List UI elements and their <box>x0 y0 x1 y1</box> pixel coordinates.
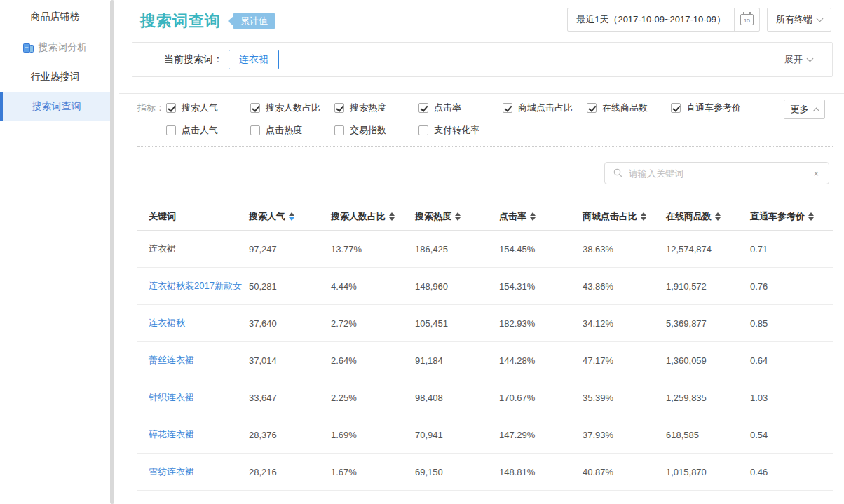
date-range-picker[interactable]: 最近1天（2017-10-09~2017-10-09） 15 <box>567 8 760 32</box>
expand-label: 展开 <box>784 53 803 66</box>
column-header-click-rate[interactable]: 点击率 <box>499 210 583 223</box>
value-cell: 70,941 <box>415 430 499 440</box>
metric-checkbox-transaction-index[interactable]: 交易指数 <box>334 124 418 137</box>
calendar-button[interactable]: 15 <box>734 8 759 31</box>
sort-icon[interactable] <box>715 212 721 221</box>
checkbox-checked-icon <box>418 103 428 113</box>
value-cell: 4.44% <box>331 281 415 292</box>
value-cell: 148,960 <box>415 281 499 292</box>
value-cell: 69,150 <box>415 467 499 477</box>
metric-checkbox-mall-click-ratio[interactable]: 商城点击占比 <box>503 102 587 114</box>
table-row: 连衣裙秋 37,640 2.72% 105,451 182.93% 34.12%… <box>137 305 833 342</box>
metric-label: 搜索人数占比 <box>266 102 320 114</box>
column-header-online-products[interactable]: 在线商品数 <box>666 210 750 223</box>
value-cell: 97,247 <box>249 244 331 254</box>
cumulative-badge: 累计值 <box>228 13 275 29</box>
column-header-search-popularity[interactable]: 搜索人气 <box>249 210 331 223</box>
value-cell: 28,216 <box>249 467 331 477</box>
more-button-label: 更多 <box>791 103 809 116</box>
value-cell: 0.85 <box>750 318 833 329</box>
value-cell: 0.46 <box>750 467 833 477</box>
value-cell: 105,451 <box>415 318 499 329</box>
sort-icon[interactable] <box>455 212 461 221</box>
metric-checkbox-search-user-ratio[interactable]: 搜索人数占比 <box>250 102 334 114</box>
current-search-label: 当前搜索词： <box>164 53 223 66</box>
value-cell: 37,640 <box>249 318 331 329</box>
metric-checkbox-click-heat[interactable]: 点击热度 <box>250 124 334 137</box>
sidebar-item-label: 搜索词查询 <box>32 100 81 113</box>
value-cell: 0.76 <box>750 281 833 292</box>
chevron-down-icon <box>817 15 824 22</box>
sidebar-item-search-word-query[interactable]: 搜索词查询 <box>0 92 110 121</box>
checkbox-checked-icon <box>671 103 681 113</box>
value-cell: 13.77% <box>331 244 415 254</box>
clear-input-icon[interactable]: × <box>812 168 820 179</box>
keyword-link[interactable]: 碎花连衣裙 <box>137 428 249 441</box>
value-cell: 154.45% <box>499 244 583 254</box>
value-cell: 2.25% <box>331 393 415 403</box>
chevron-down-icon <box>807 55 814 62</box>
sidebar-group-search-word-analysis[interactable]: 搜索词分析 <box>0 33 110 62</box>
value-cell: 50,281 <box>249 281 331 292</box>
checkbox-unchecked-icon <box>334 125 344 135</box>
column-header-search-heat[interactable]: 搜索热度 <box>415 210 499 223</box>
value-cell: 1,910,572 <box>666 281 750 292</box>
metric-checkbox-ztc-reference-price[interactable]: 直通车参考价 <box>671 102 755 114</box>
metric-label: 直通车参考价 <box>686 102 741 114</box>
value-cell: 2.64% <box>331 355 415 366</box>
column-header-ztc-reference-price[interactable]: 直通车参考价 <box>750 210 833 223</box>
current-keyword-tag[interactable]: 连衣裙 <box>229 50 279 69</box>
sort-icon[interactable] <box>530 212 536 221</box>
value-cell: 0.54 <box>750 430 833 440</box>
sidebar-item-industry-hot-words[interactable]: 行业热搜词 <box>0 62 110 92</box>
metric-checkbox-search-heat[interactable]: 搜索热度 <box>334 102 418 114</box>
metric-checkbox-click-popularity[interactable]: 点击人气 <box>166 124 250 137</box>
sort-icon-desc-active[interactable] <box>289 212 294 221</box>
metric-checkbox-search-popularity[interactable]: 搜索人气 <box>166 102 250 114</box>
table-row: 碎花连衣裙 28,376 1.69% 70,941 147.29% 37.93%… <box>137 416 833 454</box>
main-content: 搜索词查询 累计值 最近1天（2017-10-09~2017-10-09） 15… <box>114 0 844 504</box>
metrics-label: 指标： <box>137 102 166 114</box>
keyword-link[interactable]: 雪纺连衣裙 <box>137 465 249 478</box>
keyword-link[interactable]: 连衣裙秋 <box>137 317 249 329</box>
ledger-book-icon <box>23 43 34 53</box>
table-row: 针织连衣裙 33,647 2.25% 98,408 170.67% 35.39%… <box>137 379 833 416</box>
sort-icon[interactable] <box>389 212 395 221</box>
value-cell: 43.86% <box>583 281 666 292</box>
value-cell: 91,184 <box>415 355 499 366</box>
sidebar-item-product-shop-ranking[interactable]: 商品店铺榜 <box>0 2 110 32</box>
terminal-select[interactable]: 所有终端 <box>767 8 831 32</box>
metrics-row-1: 指标： 搜索人气 搜索人数占比 搜索热度 点击率 商城点击占比 在线商品数 直通… <box>137 99 833 117</box>
search-icon <box>613 168 623 178</box>
value-cell: 0.64 <box>750 355 833 366</box>
column-header-search-user-ratio[interactable]: 搜索人数占比 <box>331 210 415 223</box>
metrics-row-2: 点击人气 点击热度 交易指数 支付转化率 <box>166 121 833 139</box>
keyword-link[interactable]: 连衣裙秋装2017新款女 <box>137 280 249 292</box>
keyword-search-input[interactable] <box>629 168 812 179</box>
sidebar-group-label: 搜索词分析 <box>39 41 88 54</box>
checkbox-checked-icon <box>503 103 512 113</box>
sort-icon[interactable] <box>641 212 646 221</box>
metric-checkbox-online-products[interactable]: 在线商品数 <box>587 102 671 114</box>
metric-checkbox-payment-conversion[interactable]: 支付转化率 <box>418 124 503 137</box>
sidebar-item-label: 商品店铺榜 <box>31 11 80 23</box>
metric-checkbox-click-rate[interactable]: 点击率 <box>418 102 503 114</box>
metric-label: 搜索热度 <box>350 102 386 114</box>
checkbox-unchecked-icon <box>166 125 176 135</box>
calendar-day-number: 15 <box>744 17 750 25</box>
keyword-link[interactable]: 针织连衣裙 <box>137 391 249 404</box>
checkbox-unchecked-icon <box>250 125 260 135</box>
checkbox-unchecked-icon <box>418 125 428 135</box>
value-cell: 147.29% <box>499 430 583 440</box>
keyword-link[interactable]: 蕾丝连衣裙 <box>137 354 249 367</box>
column-header-mall-click-ratio[interactable]: 商城点击占比 <box>583 210 666 223</box>
expand-link[interactable]: 展开 <box>784 53 812 66</box>
value-cell: 186,425 <box>415 244 499 254</box>
keywords-table: 关键词 搜索人气 搜索人数占比 搜索热度 点击率 商城点击占比 在线商品数 直通… <box>137 203 833 491</box>
table-row: 蕾丝连衣裙 37,014 2.64% 91,184 144.28% 47.17%… <box>137 342 833 379</box>
value-cell: 148.81% <box>499 467 583 477</box>
sort-icon[interactable] <box>808 212 814 221</box>
more-button[interactable]: 更多 <box>784 100 825 119</box>
column-header-keyword: 关键词 <box>137 210 249 223</box>
terminal-select-value: 所有终端 <box>776 13 812 26</box>
